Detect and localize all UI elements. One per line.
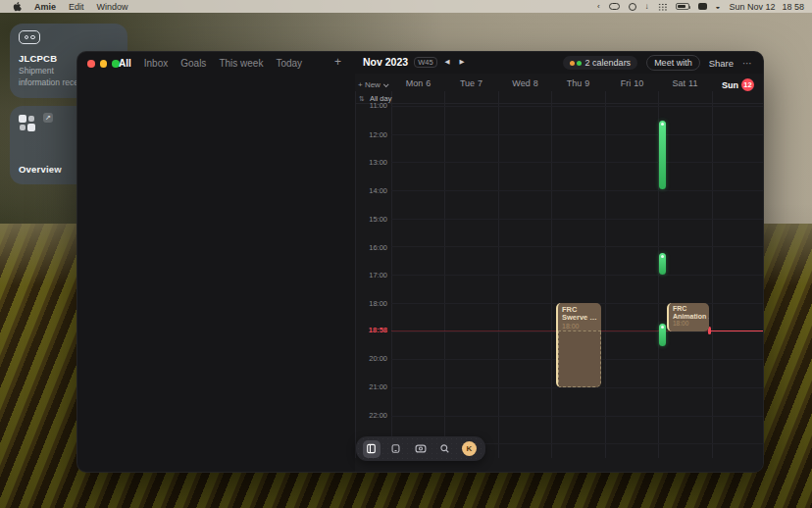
- event-remaining-portion: [558, 330, 601, 387]
- journal-icon[interactable]: [363, 440, 381, 458]
- hour-label: 22:00: [354, 412, 387, 420]
- hour-label: 21:00: [354, 383, 387, 391]
- current-time-line-today: [709, 330, 764, 332]
- new-event-button[interactable]: + New: [358, 80, 387, 89]
- day-header-sun-today[interactable]: Sun 12: [711, 78, 764, 91]
- tab-today[interactable]: Today: [276, 58, 302, 69]
- tab-goals[interactable]: Goals: [180, 58, 206, 69]
- menu-extra-icon[interactable]: ◒: [716, 2, 721, 12]
- event-title: Swerve …: [562, 314, 597, 323]
- device-icon[interactable]: [387, 440, 405, 458]
- tab-all[interactable]: All: [119, 58, 131, 69]
- calendar-dot-green: [577, 61, 582, 66]
- menu-app-name[interactable]: Amie: [34, 2, 56, 12]
- day-header-thu[interactable]: Thu9: [551, 78, 605, 88]
- calendar-dot-orange: [570, 61, 575, 66]
- apple-menu-icon[interactable]: [13, 2, 22, 12]
- day-header-mon[interactable]: Mon6: [391, 78, 445, 88]
- menu-bar: Amie Edit Window ‹ ↓ ◒ Sun Nov 12 18 58: [0, 0, 812, 13]
- hour-label: 16:00: [354, 244, 387, 252]
- event-time: 18:00: [673, 320, 705, 328]
- menu-window[interactable]: Window: [97, 2, 128, 12]
- hour-label: 15:00: [354, 216, 387, 224]
- calendars-label: 2 calendars: [585, 58, 632, 68]
- menu-bar-clock[interactable]: Sun Nov 12 18 58: [729, 2, 804, 12]
- close-button[interactable]: [87, 60, 95, 68]
- menu-edit[interactable]: Edit: [69, 2, 84, 12]
- share-button[interactable]: Share: [709, 58, 734, 69]
- download-status-icon[interactable]: ↓: [645, 2, 649, 12]
- camera-icon[interactable]: [412, 440, 430, 458]
- current-time-label: 18:58: [354, 327, 387, 334]
- more-options-button[interactable]: ⋯: [742, 58, 753, 69]
- search-icon[interactable]: [436, 440, 454, 458]
- day-header-sat[interactable]: Sat11: [658, 78, 712, 88]
- tab-inbox[interactable]: Inbox: [144, 58, 168, 69]
- task-block[interactable]: [659, 324, 666, 346]
- calendar-header: Nov 2023 W45 ◀ ▶: [363, 56, 467, 68]
- event-title: Animation …: [673, 313, 705, 321]
- hour-label: 18:00: [354, 300, 387, 308]
- calendar-grid-rows: [391, 103, 764, 458]
- week-number-badge: W45: [414, 57, 436, 68]
- voice-memo-icon: [19, 30, 40, 44]
- window-controls: [87, 60, 120, 68]
- day-header-tue[interactable]: Tue7: [444, 78, 498, 88]
- prev-week-button[interactable]: ◀: [443, 58, 452, 66]
- task-block[interactable]: [659, 253, 666, 275]
- hour-label: 20:00: [354, 355, 387, 363]
- minimize-button[interactable]: [100, 60, 108, 68]
- tab-this-week[interactable]: This week: [219, 58, 263, 69]
- header-actions: 2 calendars Meet with Share ⋯: [563, 55, 753, 71]
- event-frc-animation[interactable]: FRC Animation … 18:00: [667, 303, 709, 331]
- view-tabs: All Inbox Goals This week Today: [119, 56, 302, 71]
- display-status-icon[interactable]: [698, 2, 707, 12]
- bottom-toolbar: K: [356, 436, 485, 461]
- event-time: 18:00: [562, 323, 597, 330]
- event-title: FRC: [673, 305, 705, 313]
- hour-label: 17:00: [354, 272, 387, 279]
- hour-label: 11:00: [354, 102, 387, 110]
- open-arrow-icon: ↗: [43, 113, 53, 123]
- all-day-separator: [355, 103, 764, 104]
- day-header-fri[interactable]: Fri10: [605, 78, 659, 88]
- app-status-icon[interactable]: [629, 2, 636, 12]
- meet-with-button[interactable]: Meet with: [646, 55, 700, 71]
- event-frc-swerve[interactable]: FRC Swerve … 18:00: [556, 303, 601, 387]
- hour-label: 14:00: [354, 187, 387, 195]
- hour-label: 13:00: [354, 159, 387, 167]
- amie-window: All Inbox Goals This week Today + Nov 20…: [76, 51, 764, 473]
- add-button[interactable]: +: [334, 55, 341, 69]
- day-header-wed[interactable]: Wed8: [498, 78, 552, 88]
- month-label[interactable]: Nov 2023: [363, 56, 408, 68]
- keypad-status-icon[interactable]: [658, 2, 667, 12]
- hour-label: 12:00: [354, 131, 387, 139]
- next-week-button[interactable]: ▶: [458, 58, 467, 66]
- clock-time: 18 58: [782, 2, 804, 12]
- task-block[interactable]: [659, 121, 666, 189]
- new-event-label: + New: [358, 80, 381, 89]
- chevron-left-icon[interactable]: ‹: [597, 2, 600, 12]
- mouse-status-icon[interactable]: [609, 2, 620, 12]
- avatar: K: [462, 441, 477, 456]
- calendars-toggle[interactable]: 2 calendars: [563, 56, 638, 70]
- profile-avatar[interactable]: K: [461, 440, 479, 458]
- clock-date: Sun Nov 12: [729, 2, 775, 12]
- battery-icon[interactable]: [676, 2, 689, 12]
- today-badge: 12: [741, 78, 754, 91]
